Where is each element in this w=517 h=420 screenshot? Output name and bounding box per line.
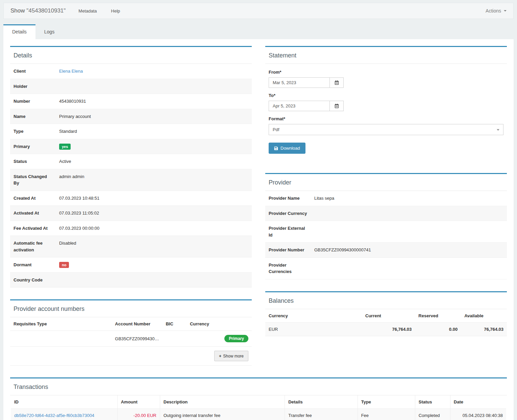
client-link[interactable]: Elena Elena	[59, 69, 83, 74]
page-title: Show "45438010931"	[10, 7, 66, 14]
transactions-panel-title: Transactions	[10, 378, 507, 395]
detail-row-status: Status Active	[10, 154, 252, 169]
table-header-row: Requisites Type Account Number BIC Curre…	[10, 317, 252, 331]
tab-bar: Details Logs	[3, 24, 514, 39]
download-button-label: Download	[280, 146, 300, 151]
detail-value: 07.03.2023 00:00:00	[56, 221, 252, 236]
detail-label: Automatic fee activation	[10, 236, 56, 257]
to-calendar-button[interactable]	[329, 101, 344, 111]
balance-currency: EUR	[265, 322, 362, 336]
detail-label: Provider Name	[265, 191, 311, 206]
provider-panel-title: Provider	[265, 174, 507, 191]
detail-label: Number	[10, 94, 56, 109]
actions-button[interactable]: Actions	[486, 8, 507, 14]
provider-row-name: Provider Name Litas sepa	[265, 191, 507, 206]
transactions-panel: Transactions ID Amount Description Detai…	[10, 377, 507, 420]
column-header-status: Status	[415, 395, 450, 409]
column-header-available: Available	[461, 309, 507, 323]
detail-label: Provider Number	[265, 243, 311, 258]
column-header-id: ID	[11, 395, 117, 409]
detail-label: Created At	[10, 191, 56, 206]
detail-label: Provider External Id	[265, 221, 311, 243]
detail-row-primary: Primary yes	[10, 139, 252, 154]
primary-yes-badge: yes	[59, 144, 71, 150]
transaction-amount: -20.00 EUR	[117, 409, 160, 420]
from-calendar-button[interactable]	[329, 77, 344, 88]
column-header-currency: Currency	[187, 317, 218, 331]
provider-table: Provider Name Litas sepa Provider Curren…	[265, 191, 507, 279]
provider-account-numbers-table: Requisites Type Account Number BIC Curre…	[10, 317, 252, 366]
column-header-description: Description	[160, 395, 285, 409]
provider-panel: Provider Provider Name Litas sepa Provid…	[265, 173, 507, 279]
detail-row-created-at: Created At 07.03.2023 10:48:51	[10, 191, 252, 206]
transaction-description: Outgoing internal transfer fee	[160, 409, 285, 420]
detail-row-holder: Holder	[10, 79, 252, 94]
provider-row-number: Provider Number GB35CFZZ00994300000741	[265, 243, 507, 258]
detail-label: Provider Currency	[265, 206, 311, 221]
details-panel-title: Details	[10, 47, 252, 64]
detail-row-country-code: Country Code	[10, 272, 252, 288]
detail-value	[56, 79, 252, 94]
detail-row-name: Name Primary account	[10, 109, 252, 124]
column-header-details: Details	[285, 395, 358, 409]
transaction-date: 05.04.2023 08:40:38	[450, 409, 506, 420]
currency-cell	[187, 331, 218, 347]
column-header-type: Type	[358, 395, 415, 409]
requisites-type-cell	[10, 331, 112, 347]
transactions-table: ID Amount Description Details Type Statu…	[10, 395, 507, 420]
detail-value: GB35CFZZ00994300000741	[311, 243, 507, 258]
balance-current: 76,764.03	[362, 322, 415, 336]
detail-value	[311, 257, 507, 279]
balance-row: EUR 76,764.03 0.00 76,764.03	[265, 322, 507, 336]
detail-row-client: Client Elena Elena	[10, 64, 252, 79]
column-header-currency: Currency	[265, 309, 362, 323]
detail-value: Standard	[56, 124, 252, 139]
show-more-button[interactable]: +Show more	[214, 351, 248, 361]
from-label: From*	[269, 70, 503, 75]
detail-row-type: Type Standard	[10, 124, 252, 139]
from-date-input[interactable]	[269, 77, 329, 88]
to-date-input[interactable]	[269, 101, 329, 111]
provider-account-numbers-panel: Provider account numbers Requisites Type…	[10, 299, 252, 366]
detail-row-activated-at: Activated At 07.03.2023 11:05:02	[10, 206, 252, 221]
detail-label: Client	[10, 64, 56, 79]
provider-row-currency: Provider Currency	[265, 206, 507, 221]
tab-logs[interactable]: Logs	[35, 24, 63, 39]
calendar-icon	[335, 104, 339, 108]
column-header-date: Date	[450, 395, 506, 409]
header-bar: Show "45438010931" Metadata Help Actions	[3, 3, 514, 19]
provider-account-row: GB35CFZZ00994300000741 Primary	[10, 331, 252, 347]
actions-button-label: Actions	[486, 8, 501, 14]
detail-label: Holder	[10, 79, 56, 94]
save-icon	[274, 146, 278, 150]
transaction-id-link[interactable]: db58e720-fd64-4d32-af5e-f60cb3b73004	[14, 413, 94, 418]
detail-value	[56, 272, 252, 288]
column-header-account-number: Account Number	[112, 317, 162, 331]
details-table: Client Elena Elena Holder Number 4543801…	[10, 64, 252, 288]
format-select[interactable]: Pdf	[269, 124, 503, 135]
detail-label: Provider Currencies	[265, 257, 311, 279]
detail-row-number: Number 45438010931	[10, 94, 252, 109]
detail-value: 45438010931	[56, 94, 252, 109]
provider-row-currencies: Provider Currencies	[265, 257, 507, 279]
table-header-row: Currency Current Reserved Available	[265, 309, 507, 323]
menu-item-help[interactable]: Help	[111, 8, 120, 14]
detail-value: Litas sepa	[311, 191, 507, 206]
calendar-icon	[335, 80, 339, 85]
balance-available: 76,764.03	[461, 322, 507, 336]
primary-account-badge: Primary	[224, 335, 248, 342]
statement-panel: Statement From* To*	[265, 46, 507, 161]
tab-details[interactable]: Details	[3, 24, 35, 39]
transaction-type: Fee	[358, 409, 415, 420]
page-title-prefix: Show	[10, 7, 25, 14]
statement-panel-title: Statement	[265, 47, 507, 64]
download-button[interactable]: Download	[269, 143, 305, 154]
main-content: Details Client Elena Elena Holder Number	[3, 39, 514, 420]
menu-item-metadata[interactable]: Metadata	[78, 8, 97, 14]
plus-icon: +	[219, 353, 222, 359]
bic-cell	[162, 331, 187, 347]
balances-panel-title: Balances	[265, 292, 507, 309]
details-panel: Details Client Elena Elena Holder Number	[10, 46, 252, 288]
detail-value: admin admin	[56, 169, 252, 191]
balances-table: Currency Current Reserved Available EUR …	[265, 309, 507, 336]
